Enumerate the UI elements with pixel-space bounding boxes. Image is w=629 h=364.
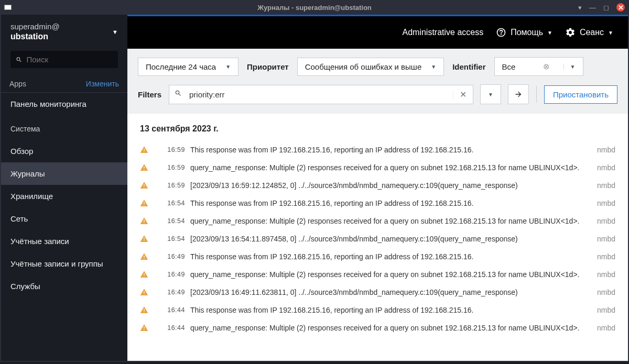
sidebar-search-input[interactable] (26, 55, 113, 64)
sidebar-item-5[interactable]: Сеть (1, 207, 127, 230)
apps-edit-link[interactable]: Изменить (86, 80, 119, 88)
log-source: nmbd (597, 217, 615, 225)
identifier-label: Identifier (452, 62, 485, 71)
filters-label: Filters (138, 90, 161, 99)
log-source: nmbd (597, 235, 615, 243)
warning-icon (140, 306, 148, 314)
window-title: Журналы - superadmin@ubstation (257, 4, 372, 12)
pause-button[interactable]: Приостановить (544, 85, 617, 104)
chevron-down-icon: ▼ (225, 64, 231, 70)
warning-icon (140, 199, 148, 207)
chevron-down-icon: ▼ (431, 64, 436, 70)
warning-icon (140, 324, 148, 332)
log-row[interactable]: 16:49 This response was from IP 192.168.… (140, 248, 615, 266)
log-row[interactable]: 16:44 query_name_response: Multiple (2) … (140, 319, 615, 337)
sidebar-item-8[interactable]: Службы (1, 275, 127, 297)
filter-search-field[interactable]: ✕ (169, 85, 473, 104)
sidebar-item-7[interactable]: Учётные записи и группы (1, 252, 127, 275)
log-row[interactable]: 16:49 [2023/09/13 16:49:11.623811, 0] ..… (140, 283, 615, 301)
log-source: nmbd (597, 181, 615, 190)
log-message: This response was from IP 192.168.215.16… (190, 146, 592, 154)
log-source: nmbd (597, 252, 615, 261)
log-time: 16:59 (154, 182, 185, 189)
log-source: nmbd (597, 146, 615, 154)
log-row[interactable]: 16:59 [2023/09/13 16:59:12.124852, 0] ..… (140, 177, 615, 194)
log-message: [2023/09/13 16:49:11.623811, 0] ../../so… (190, 288, 592, 296)
log-message: This response was from IP 192.168.215.16… (190, 199, 592, 207)
clear-identifier-icon[interactable]: ⊗ (543, 62, 550, 71)
log-time: 16:59 (154, 164, 185, 171)
filter-submit-button[interactable] (508, 84, 529, 104)
log-time: 16:44 (154, 324, 185, 332)
clear-filter-icon[interactable]: ✕ (453, 90, 473, 100)
priority-dropdown[interactable]: Сообщения об ошибках и выше ▼ (297, 58, 444, 76)
sidebar-item-0[interactable]: Панель мониторинга (1, 93, 127, 115)
help-label: Помощь (511, 28, 543, 37)
log-message: query_name_response: Multiple (2) respon… (190, 270, 592, 279)
warning-icon (140, 217, 148, 225)
host-name: ubstation (10, 32, 60, 41)
sidebar-item-2[interactable]: Обзор (1, 140, 127, 162)
sidebar-item-4[interactable]: Хранилище (1, 185, 127, 207)
log-source: nmbd (597, 163, 615, 172)
window-titlebar: Журналы - superadmin@ubstation ▾ — ◻ ✕ (0, 0, 629, 15)
log-row[interactable]: 16:54 [2023/09/13 16:54:11.897458, 0] ..… (140, 230, 615, 248)
admin-access-toggle[interactable]: Administrative access (402, 28, 483, 37)
arrow-right-icon (514, 90, 523, 98)
log-time: 16:59 (154, 146, 185, 153)
log-row[interactable]: 16:54 This response was from IP 192.168.… (140, 194, 615, 212)
host-switcher[interactable]: superadmin@ ubstation ▼ (1, 15, 127, 51)
chevron-down-icon: ▼ (112, 29, 118, 35)
log-message: This response was from IP 192.168.215.16… (190, 252, 592, 261)
window-close-icon[interactable]: ✕ (616, 3, 625, 12)
log-row[interactable]: 16:54 query_name_response: Multiple (2) … (140, 212, 615, 230)
time-range-dropdown[interactable]: Последние 24 часа ▼ (138, 58, 238, 76)
chevron-down-icon: ▼ (608, 30, 613, 36)
sidebar-item-1: Система (1, 115, 127, 140)
apps-label: Apps (9, 80, 26, 88)
warning-icon (140, 163, 148, 172)
topbar: Administrative access Помощь ▼ Сеанс ▼ (127, 15, 628, 49)
session-menu[interactable]: Сеанс ▼ (565, 27, 613, 38)
filter-options-button[interactable]: ▼ (480, 84, 501, 104)
window-minimize-icon[interactable]: — (589, 4, 596, 12)
log-row[interactable]: 16:59 This response was from IP 192.168.… (140, 141, 615, 159)
log-source: nmbd (597, 199, 615, 207)
warning-icon (140, 181, 148, 190)
divider (536, 86, 537, 103)
identifier-dropdown[interactable]: Все ⊗ ▼ (494, 57, 583, 76)
identifier-value: Все (502, 62, 516, 71)
log-row[interactable]: 16:59 query_name_response: Multiple (2) … (140, 159, 615, 177)
filter-bar-2: Filters ✕ ▼ Приостановить (127, 84, 628, 114)
log-time: 16:49 (154, 271, 185, 278)
log-time: 16:44 (154, 306, 185, 314)
app-icon (4, 5, 12, 10)
session-label: Сеанс (580, 28, 604, 37)
log-row[interactable]: 16:44 This response was from IP 192.168.… (140, 301, 615, 319)
log-source: nmbd (597, 288, 615, 296)
window-maximize-icon[interactable]: ◻ (603, 4, 609, 12)
admin-access-label: Administrative access (402, 28, 483, 37)
chevron-down-icon: ▼ (563, 64, 576, 70)
log-list: 13 сентября 2023 г. 16:59 This response … (127, 114, 628, 361)
help-menu[interactable]: Помощь ▼ (496, 27, 552, 38)
log-message: query_name_response: Multiple (2) respon… (190, 163, 592, 172)
sidebar-search[interactable] (10, 51, 118, 68)
log-message: query_name_response: Multiple (2) respon… (190, 217, 592, 225)
log-time: 16:49 (154, 289, 185, 296)
window-minimize-to-tray-icon[interactable]: ▾ (578, 4, 582, 12)
help-icon (496, 27, 506, 38)
search-icon (169, 90, 187, 99)
chevron-down-icon: ▼ (547, 30, 552, 36)
log-source: nmbd (597, 306, 615, 314)
priority-label: Приоритет (247, 62, 289, 71)
log-row[interactable]: 16:49 query_name_response: Multiple (2) … (140, 266, 615, 283)
log-message: This response was from IP 192.168.215.16… (190, 306, 592, 314)
warning-icon (140, 252, 148, 261)
chevron-down-icon: ▼ (488, 92, 493, 97)
sidebar-item-3[interactable]: Журналы (1, 162, 127, 185)
time-range-value: Последние 24 часа (146, 62, 216, 71)
filter-search-input[interactable] (187, 85, 453, 104)
warning-icon (140, 288, 148, 296)
sidebar-item-6[interactable]: Учётные записи (1, 230, 127, 252)
